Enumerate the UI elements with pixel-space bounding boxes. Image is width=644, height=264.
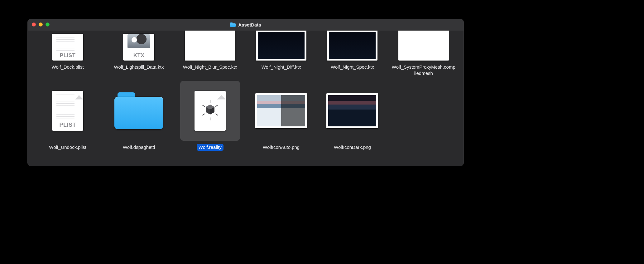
image-thumb-icon bbox=[326, 93, 378, 128]
file-label: Wolf_Undock.plist bbox=[47, 144, 88, 151]
titlebar[interactable]: AssetData bbox=[27, 19, 464, 31]
plist-icon: PLIST bbox=[52, 34, 83, 61]
file-label: Wolf_Night_Diff.ktx bbox=[260, 64, 303, 71]
folder-icon bbox=[114, 92, 163, 129]
image-thumb-icon bbox=[256, 31, 306, 61]
doc-icon bbox=[398, 31, 449, 61]
traffic-lights bbox=[32, 22, 50, 27]
file-item[interactable]: Wolf_Night_Diff.ktx bbox=[247, 31, 315, 77]
close-icon[interactable] bbox=[32, 22, 36, 27]
file-label: Wolf.dspaghetti bbox=[121, 144, 157, 151]
image-thumb-icon bbox=[327, 31, 377, 61]
file-item[interactable]: Wolf_SystemProxyMesh.compiledmesh bbox=[390, 31, 458, 77]
file-item[interactable]: Wolf_Night_Blur_Spec.ktx bbox=[176, 31, 244, 77]
file-item[interactable]: PLIST Wolf_Dock.plist bbox=[34, 31, 102, 77]
file-item[interactable]: KTX Wolf_Lightspill_Data.ktx bbox=[105, 31, 173, 77]
minimize-icon[interactable] bbox=[39, 22, 43, 27]
reality-file-icon bbox=[195, 91, 226, 131]
file-label: Wolf_SystemProxyMesh.compiledmesh bbox=[390, 64, 458, 77]
file-item[interactable]: Wolf_Night_Spec.ktx bbox=[318, 31, 386, 77]
finder-window: AssetData PLIST Wolf_Dock.plist KTX bbox=[27, 19, 464, 166]
file-item[interactable]: WolfIconAuto.png bbox=[247, 81, 315, 151]
file-label: Wolf_Night_Spec.ktx bbox=[329, 64, 376, 71]
file-grid[interactable]: PLIST Wolf_Dock.plist KTX Wolf_Lightspil… bbox=[27, 31, 464, 166]
file-label: Wolf_Dock.plist bbox=[50, 64, 86, 71]
ktx-icon: KTX bbox=[123, 34, 154, 61]
plist-icon: PLIST bbox=[52, 91, 83, 131]
file-item[interactable]: Wolf.dspaghetti bbox=[105, 81, 173, 151]
window-title: AssetData bbox=[230, 22, 261, 27]
file-item[interactable]: Wolf.reality bbox=[176, 81, 244, 151]
file-label: WolfIconAuto.png bbox=[261, 144, 301, 151]
file-label: WolfIconDark.png bbox=[332, 144, 373, 151]
folder-icon bbox=[230, 22, 236, 27]
fullscreen-icon[interactable] bbox=[46, 22, 50, 27]
file-label: Wolf_Lightspill_Data.ktx bbox=[112, 64, 166, 71]
window-title-label: AssetData bbox=[238, 22, 261, 27]
file-label: Wolf_Night_Blur_Spec.ktx bbox=[181, 64, 239, 71]
file-item[interactable]: WolfIconDark.png bbox=[318, 81, 386, 151]
image-thumb-icon bbox=[185, 31, 235, 61]
file-label: Wolf.reality bbox=[197, 144, 223, 151]
image-thumb-icon bbox=[255, 93, 307, 128]
file-item[interactable]: PLIST Wolf_Undock.plist bbox=[34, 81, 102, 151]
